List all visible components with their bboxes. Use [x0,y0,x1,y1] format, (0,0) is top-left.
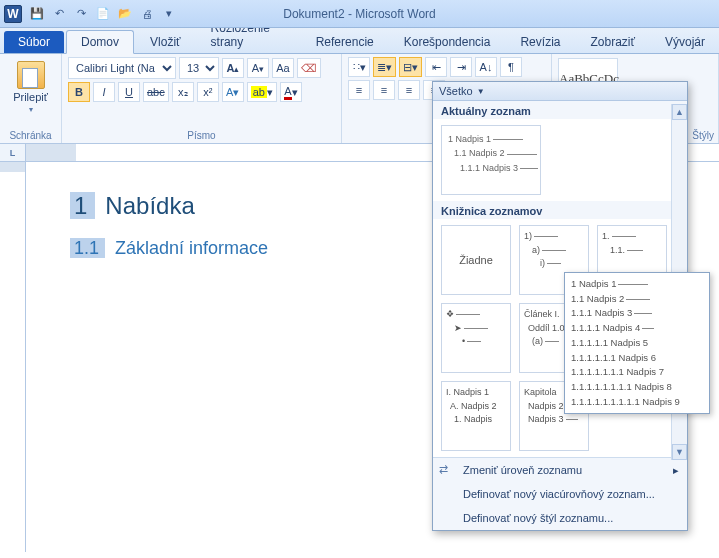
grow-font-button[interactable]: A▴ [222,58,244,78]
show-marks-button[interactable]: ¶ [500,57,522,77]
group-clipboard: Prilepiť ▾ Schránka [0,54,62,143]
paste-label: Prilepiť [13,91,48,103]
tab-developer[interactable]: Vývojár [651,31,719,53]
list-option-4[interactable]: ❖ ➤ • [441,303,511,373]
group-font-label: Písmo [62,130,341,141]
new-doc-icon[interactable]: 📄 [94,5,112,23]
heading-1-text: Nabídka [105,192,194,219]
section-current-list: Aktuálny zoznam [433,101,687,119]
print-icon[interactable]: 🖨 [138,5,156,23]
underline-button[interactable]: U [118,82,140,102]
dropdown-all-label: Všetko [439,85,473,97]
chevron-down-icon[interactable]: ▾ [29,105,33,114]
vertical-ruler[interactable] [0,162,26,552]
group-font: Calibri Light (Na 13 A▴ A▾ Aa ⌫ B I U ab… [62,54,342,143]
change-case-button[interactable]: Aa [272,58,294,78]
highlight-button[interactable]: ab▾ [247,82,277,102]
tab-mailings[interactable]: Korešpondencia [390,31,505,53]
tab-home[interactable]: Domov [66,30,134,54]
subscript-button[interactable]: x₂ [172,82,194,102]
dropdown-menu: ⇄ Zmeniť úroveň zoznamu ▸ Definovať nový… [433,457,687,530]
sort-button[interactable]: A↓ [475,57,497,77]
tab-view[interactable]: Zobraziť [576,31,649,53]
numbering-button[interactable]: ≣▾ [373,57,396,77]
multilevel-list-button[interactable]: ⊟▾ [399,57,422,77]
save-icon[interactable]: 💾 [28,5,46,23]
shrink-font-button[interactable]: A▾ [247,58,269,78]
paste-icon [17,61,45,89]
current-list-preview[interactable]: 1 Nadpis 1 1.1 Nadpis 2 1.1.1 Nadpis 3 [441,125,541,195]
open-icon[interactable]: 📂 [116,5,134,23]
chevron-right-icon: ▸ [673,464,679,477]
align-right-button[interactable]: ≡ [398,80,420,100]
word-app-icon: W [4,5,22,23]
tab-file[interactable]: Súbor [4,31,64,53]
dropdown-header[interactable]: Všetko ▼ [433,82,687,101]
strike-button[interactable]: abc [143,82,169,102]
tab-insert[interactable]: Vložiť [136,31,195,53]
heading-2-text: Základní informace [115,238,268,258]
scroll-down-button[interactable]: ▼ [672,444,687,460]
paste-button[interactable]: Prilepiť ▾ [6,57,55,118]
menu-change-level[interactable]: ⇄ Zmeniť úroveň zoznamu ▸ [433,458,687,482]
group-clipboard-label: Schránka [0,130,61,141]
undo-icon[interactable]: ↶ [50,5,68,23]
text-effects-button[interactable]: A▾ [222,82,244,102]
quick-access-toolbar: 💾 ↶ ↷ 📄 📂 🖨 ▾ [28,5,178,23]
align-left-button[interactable]: ≡ [348,80,370,100]
menu-define-style[interactable]: Definovať nový štýl zoznamu... [433,506,687,530]
window-title: Dokument2 - Microsoft Word [283,7,436,21]
ruler-corner[interactable]: L [0,144,26,162]
qat-more-icon[interactable]: ▾ [160,5,178,23]
title-bar: W 💾 ↶ ↷ 📄 📂 🖨 ▾ Dokument2 - Microsoft Wo… [0,0,719,28]
italic-button[interactable]: I [93,82,115,102]
heading-2-number: 1.1 [70,238,105,258]
font-color-button[interactable]: A▾ [280,82,302,102]
section-list-library: Knižnica zoznamov [433,201,687,219]
tab-references[interactable]: Referencie [302,31,388,53]
font-name-select[interactable]: Calibri Light (Na [68,57,176,79]
list-option-none[interactable]: Žiadne [441,225,511,295]
ribbon-tabs: Súbor Domov Vložiť Rozloženie strany Ref… [0,28,719,54]
tab-review[interactable]: Revízia [506,31,574,53]
menu-define-list[interactable]: Definovať nový viacúrovňový zoznam... [433,482,687,506]
font-size-select[interactable]: 13 [179,57,219,79]
group-styles-label: Štýly [692,130,714,141]
scroll-up-button[interactable]: ▲ [672,104,687,120]
bold-button[interactable]: B [68,82,90,102]
chevron-down-icon: ▼ [477,87,485,96]
heading-1-number: 1 [70,192,95,219]
align-center-button[interactable]: ≡ [373,80,395,100]
redo-icon[interactable]: ↷ [72,5,90,23]
increase-indent-button[interactable]: ⇥ [450,57,472,77]
indent-icon: ⇄ [439,463,448,476]
decrease-indent-button[interactable]: ⇤ [425,57,447,77]
list-option-tooltip: 1 Nadpis 1 1.1 Nadpis 2 1.1.1 Nadpis 3 1… [564,272,710,414]
superscript-button[interactable]: x² [197,82,219,102]
clear-format-button[interactable]: ⌫ [297,58,321,78]
list-option-7[interactable]: I. Nadpis 1 A. Nadpis 2 1. Nadpis [441,381,511,451]
bullets-button[interactable]: ∷▾ [348,57,370,77]
